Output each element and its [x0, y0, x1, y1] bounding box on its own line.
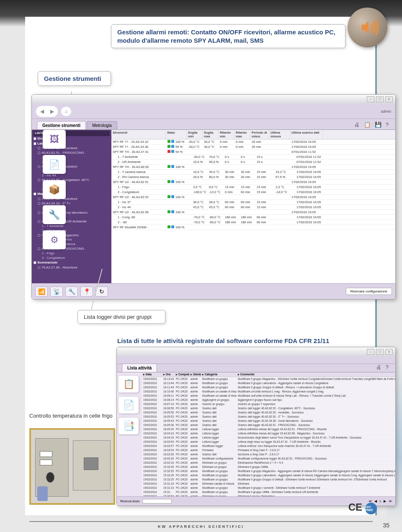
- nav-pill: ◀ ▶: [36, 106, 58, 117]
- tool-btn-1[interactable]: 📶: [35, 287, 48, 297]
- callout-alarms: Gestione allarmi remoti: Contatto ON/OFF…: [111, 24, 345, 48]
- callout-instruments: Gestione strumenti: [38, 71, 111, 86]
- nav-back-button[interactable]: ◀: [37, 107, 47, 116]
- module-icon-gallery[interactable]: 🖼: [43, 130, 66, 149]
- fridge-photo: [29, 428, 115, 505]
- tool-btn-4[interactable]: 📍: [80, 287, 93, 297]
- activity-table: ▸ Data▸ Ora▸ Computer▸ Utente▸ Categoria…: [142, 372, 395, 506]
- copy-icon[interactable]: 📋: [364, 121, 371, 128]
- page-number: 35: [383, 522, 389, 529]
- callout-logger-groups: Lista logger divisi per gruppi: [77, 310, 165, 324]
- activity-search-input[interactable]: [142, 499, 172, 504]
- instruments-table: StrumentiStatoSoglia minSoglia maxRitard…: [111, 130, 395, 283]
- module-icon-config[interactable]: ⚙: [43, 230, 66, 249]
- activity-window: − □ × Lista attività 🖨? 📋 📄 📑 ▸ Data▸ Or…: [116, 347, 396, 506]
- maximize-button-2[interactable]: □: [376, 349, 384, 355]
- minimize-button[interactable]: −: [367, 96, 374, 102]
- tab-gestione-strumenti[interactable]: Gestione strumenti: [37, 121, 86, 129]
- maximize-button[interactable]: □: [376, 96, 384, 102]
- user-label: admin: [381, 109, 391, 114]
- tab-lista-attivita[interactable]: Lista attività: [122, 364, 157, 372]
- tool-btn-2[interactable]: 📡: [50, 287, 63, 297]
- tab-metrologia[interactable]: Metrologia: [87, 121, 117, 129]
- bottom-toolbar: 📶 📡 🔧 📍 ↻ Ricercare configurazione: [32, 283, 395, 299]
- minimize-button-2[interactable]: −: [367, 349, 374, 355]
- save-icon[interactable]: 💾: [375, 121, 381, 128]
- nav-forward-button[interactable]: ▶: [47, 107, 57, 116]
- activity-icon-2[interactable]: 📄: [119, 397, 139, 413]
- module-icons: 🖼 📄 📦 🔧 ⚙: [43, 130, 66, 249]
- titlebar: − □ ×: [32, 95, 395, 104]
- close-button-2[interactable]: ×: [385, 349, 393, 355]
- activity-icon-1[interactable]: 📋: [119, 376, 139, 393]
- callout-activity-list: Lista di tutte le attività registrate da…: [117, 337, 329, 344]
- page-footer: KW APPARECCHI SCIENTIFICI: [0, 519, 402, 529]
- toolbar: ◀ ▶ ⌂ admin: [32, 104, 395, 119]
- print-icon[interactable]: 🖨: [354, 121, 360, 128]
- pager-last-button[interactable]: ≫: [389, 499, 392, 503]
- close-button[interactable]: ×: [385, 96, 393, 102]
- cfc-free-logo: CFC FREE: [365, 503, 377, 514]
- instruments-window: − □ × ◀ ▶ ⌂ admin Gestione strumenti Met…: [31, 94, 396, 300]
- search-config-button[interactable]: Ricercare configurazione: [346, 288, 392, 295]
- module-icon-box[interactable]: 📦: [43, 180, 66, 199]
- alarm-speaker-icon: [348, 8, 387, 47]
- ce-mark: CE: [348, 501, 362, 513]
- help-icon[interactable]: ?: [386, 121, 389, 128]
- help-icon-2[interactable]: ?: [386, 364, 389, 370]
- activity-side-icons: 📋 📄 📑: [117, 372, 142, 506]
- home-button[interactable]: ⌂: [61, 107, 71, 116]
- pager-next-button[interactable]: ▶: [384, 499, 386, 503]
- module-icon-wrench[interactable]: 🔧: [43, 205, 66, 224]
- pager-prev-button[interactable]: ◀: [374, 499, 377, 503]
- tab-bar: Gestione strumenti Metrologia 🖨 📋 💾 ?: [32, 119, 395, 130]
- photo-caption: Controllo temperatura in celle frigo: [29, 413, 113, 419]
- search-text-label: Ricerca testo: [120, 499, 140, 503]
- print-icon-2[interactable]: 🖨: [376, 364, 381, 370]
- titlebar-2: − □ ×: [117, 347, 395, 356]
- tool-btn-3[interactable]: 🔧: [65, 287, 78, 297]
- activity-icon-3[interactable]: 📑: [119, 418, 139, 434]
- module-icon-document[interactable]: 📄: [43, 155, 66, 174]
